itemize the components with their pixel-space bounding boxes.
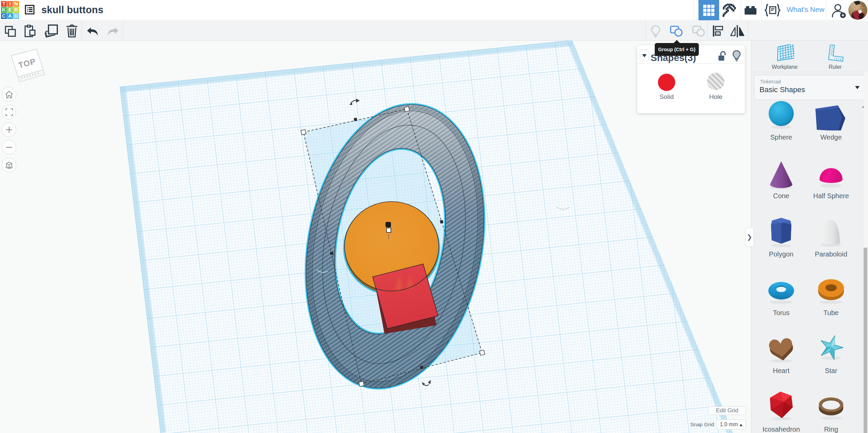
svg-text:D: D [14,13,18,19]
svg-text:A: A [8,13,12,19]
svg-text:N: N [14,1,18,6]
svg-text:E: E [8,7,12,13]
svg-text:K: K [2,7,6,13]
svg-text:I: I [9,1,11,6]
svg-text:T: T [2,1,5,6]
svg-text:C: C [2,13,6,19]
svg-text:R: R [14,7,18,13]
